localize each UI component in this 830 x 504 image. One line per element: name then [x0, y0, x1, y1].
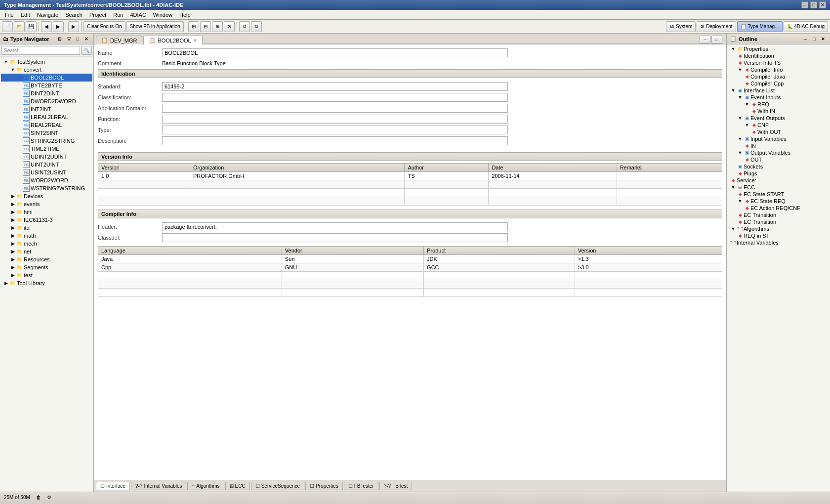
maximize-button[interactable]: □ — [810, 1, 817, 8]
search-input[interactable] — [1, 46, 80, 55]
tab-servicesequence[interactable]: ☐ ServiceSequence — [251, 482, 304, 490]
tree-item-udint2udint[interactable]: FB UDINT2UDINT — [1, 153, 92, 161]
expand-lreal2lreal[interactable] — [17, 114, 23, 120]
nav-icon-1[interactable]: ⊟ — [56, 35, 64, 43]
outline-sockets[interactable]: ▣ Sockets — [728, 163, 829, 170]
tree-item-toollibrary[interactable]: ▶ 📁 Tool Library — [1, 279, 92, 287]
tab-bool2bool[interactable]: 📋 BOOL2BOOL ✕ — [143, 36, 202, 44]
menu-help[interactable]: Help — [176, 11, 194, 19]
clear-focus-button[interactable]: Clear Focus-On — [83, 21, 125, 32]
debug-tab-btn[interactable]: 🐛 4DIAC Debug — [784, 21, 828, 32]
outline-ec-transition-2[interactable]: ◆ EC Transition — [728, 218, 829, 225]
expand-properties[interactable]: ▼ — [730, 46, 737, 51]
tree-item-mech[interactable]: ▶ 📁 mech — [1, 240, 92, 248]
tree-item-ita[interactable]: ▶ 📁 ita — [1, 224, 92, 232]
expand-math[interactable]: ▶ — [10, 233, 16, 239]
expand-ecc[interactable]: ▼ — [730, 185, 737, 190]
table-row[interactable]: Java Sun JDK >1.3 — [98, 255, 722, 263]
expand-compilerinfo[interactable]: ▼ — [737, 67, 744, 72]
expand-word2word[interactable] — [17, 177, 23, 183]
expand-dint2dint[interactable] — [17, 90, 23, 96]
outline-req[interactable]: ▼ ◆ REQ — [728, 101, 829, 108]
nav-icon-2[interactable]: ▽ — [65, 35, 73, 43]
outline-ec-action-req-cnf[interactable]: ◆ EC Action REQ/CNF — [728, 205, 829, 211]
expand-cnf[interactable]: ▼ — [744, 123, 750, 127]
outline-max-btn[interactable]: □ — [810, 35, 818, 43]
outline-compiler-cpp[interactable]: ◆ Compiler Cpp — [728, 80, 829, 87]
expand-byte2byte[interactable] — [17, 83, 23, 88]
window-controls[interactable]: ─ □ ✕ — [801, 1, 826, 8]
outline-output-variables[interactable]: ▼ ▣ Output Variables — [728, 149, 829, 156]
new-button[interactable]: 📄 — [2, 21, 13, 32]
outline-identification[interactable]: ◆ Identification — [728, 52, 829, 59]
menu-4diac[interactable]: 4DIAC — [127, 11, 149, 19]
expand-convert[interactable]: ▼ — [10, 67, 16, 73]
expand-algorithms[interactable]: ▼ — [730, 226, 737, 231]
tab-ecc[interactable]: ⊞ ECC — [225, 482, 250, 490]
tree-item-hmi[interactable]: ▶ 📁 hmi — [1, 208, 92, 216]
name-field[interactable] — [162, 48, 508, 57]
outline-compiler-java[interactable]: ◆ Compiler Java — [728, 73, 829, 80]
typemgmt-tab-btn[interactable]: 📋 Type Manag... — [737, 21, 783, 32]
outline-with-out[interactable]: ◆ With OUT — [728, 128, 829, 135]
expand-int2int[interactable] — [17, 106, 23, 112]
outline-cnf[interactable]: ▼ ◆ CNF — [728, 122, 829, 128]
expand-inputvars[interactable]: ▼ — [737, 136, 744, 141]
expand-interfacelist[interactable]: ▼ — [730, 88, 737, 93]
system-tab-btn[interactable]: 🖥 System — [666, 21, 696, 32]
outline-version-info-ts[interactable]: ◆ Version Info TS — [728, 59, 829, 66]
close-button[interactable]: ✕ — [819, 1, 826, 8]
search-button[interactable]: 🔍 — [81, 46, 92, 55]
expand-outputvars[interactable]: ▼ — [737, 150, 744, 155]
expand-segments[interactable]: ▶ — [10, 264, 16, 270]
expand-wstring2wstring[interactable] — [17, 185, 23, 191]
standard-field[interactable] — [162, 82, 508, 91]
tree-item-sint2sint[interactable]: FB SINT2SINT — [1, 129, 92, 137]
header-field[interactable] — [162, 222, 508, 231]
outline-with-in[interactable]: ◆ With IN — [728, 108, 829, 115]
tab-fbtest[interactable]: ?-? FBTest — [379, 482, 413, 490]
save-button[interactable]: 💾 — [26, 21, 37, 32]
menu-edit[interactable]: Edit — [18, 11, 33, 19]
menu-search[interactable]: Search — [62, 11, 85, 19]
tab-min-btn[interactable]: ─ — [700, 36, 710, 43]
expand-bool2bool[interactable] — [17, 75, 23, 81]
tree-item-resources[interactable]: ▶ 📁 Resources — [1, 255, 92, 263]
function-field[interactable] — [162, 115, 508, 124]
expand-test[interactable]: ▶ — [10, 272, 16, 278]
outline-properties[interactable]: ▼ 📁 Properties — [728, 45, 829, 52]
expand-ita[interactable]: ▶ — [10, 225, 16, 231]
table-row[interactable]: Cpp GNU GCC >3.0 — [98, 263, 722, 272]
expand-events[interactable]: ▶ — [10, 201, 16, 207]
expand-dword2dword[interactable] — [17, 98, 23, 104]
forward-button[interactable]: ▶ — [53, 21, 64, 32]
expand-toollibrary[interactable]: ▶ — [3, 280, 9, 286]
appdomain-field[interactable] — [162, 104, 508, 113]
menu-run[interactable]: Run — [110, 11, 126, 19]
tree-item-word2word[interactable]: FB WORD2WORD — [1, 176, 92, 184]
expand-time2time[interactable] — [17, 146, 23, 152]
expand-sint2sint[interactable] — [17, 130, 23, 136]
outline-plugs[interactable]: ◆ Plugs — [728, 170, 829, 177]
tree-item-wstring2wstring[interactable]: FB WSTRING2WSTRING — [1, 184, 92, 192]
deployment-tab-btn[interactable]: ⚙ Deployment — [697, 21, 736, 32]
expand-ecreq[interactable]: ▼ — [737, 199, 744, 204]
tb-btn-2[interactable]: ⊟ — [200, 21, 211, 32]
outline-in[interactable]: ◆ IN — [728, 142, 829, 149]
expand-real2real[interactable] — [17, 122, 23, 128]
tb-btn-5[interactable]: ↺ — [239, 21, 250, 32]
navigator-controls[interactable]: ⊟ ▽ □ ✕ — [56, 35, 90, 43]
outline-interface-list[interactable]: ▼ ▣ Interface List — [728, 87, 829, 94]
outline-ecc[interactable]: ▼ ⊞ ECC — [728, 184, 829, 191]
outline-controls[interactable]: ─ □ ✕ — [801, 35, 827, 43]
expand-string2string[interactable] — [17, 138, 23, 144]
outline-ec-state-req[interactable]: ▼ ◆ EC State REQ — [728, 198, 829, 205]
minimize-button[interactable]: ─ — [801, 1, 808, 8]
tree-item-dint2dint[interactable]: FB DINT2DINT — [1, 89, 92, 97]
tree-item-int2int[interactable]: FB INT2INT — [1, 105, 92, 113]
tab-dev_mgr[interactable]: 📋 DEV_MGR — [96, 36, 142, 44]
type-field[interactable] — [162, 126, 508, 134]
tree-item-segments[interactable]: ▶ 📁 Segments — [1, 263, 92, 271]
tree-item-real2real[interactable]: FB REAL2REAL — [1, 121, 92, 129]
expand-usint2usint[interactable] — [17, 169, 23, 175]
